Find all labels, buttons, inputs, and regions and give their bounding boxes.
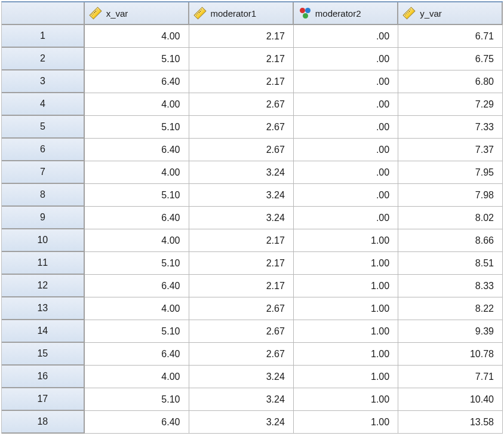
column-header-x_var[interactable]: x_var: [85, 2, 189, 25]
cell-y_var[interactable]: 7.98: [398, 184, 503, 207]
row-header[interactable]: 13: [2, 297, 85, 320]
cell-y_var[interactable]: 10.78: [398, 343, 503, 366]
row-header[interactable]: 2: [2, 48, 85, 70]
cell-x_var[interactable]: 4.00: [85, 297, 189, 320]
cell-moderator2[interactable]: 1.00: [294, 229, 398, 252]
cell-x_var[interactable]: 6.40: [85, 139, 189, 161]
cell-y_var[interactable]: 8.66: [398, 229, 503, 252]
cell-y_var[interactable]: 7.71: [398, 366, 503, 388]
cell-moderator2[interactable]: .00: [294, 25, 398, 48]
table-row: 55.102.67.007.33: [2, 116, 503, 139]
cell-moderator2[interactable]: 1.00: [294, 343, 398, 366]
cell-x_var[interactable]: 4.00: [85, 25, 189, 48]
cell-moderator1[interactable]: 2.67: [189, 297, 294, 320]
row-header[interactable]: 6: [2, 139, 85, 161]
cell-moderator1[interactable]: 2.17: [189, 229, 294, 252]
cell-moderator1[interactable]: 2.17: [189, 25, 294, 48]
row-header[interactable]: 3: [2, 70, 85, 93]
cell-y_var[interactable]: 7.95: [398, 161, 503, 184]
row-header[interactable]: 5: [2, 116, 85, 139]
row-header[interactable]: 8: [2, 184, 85, 207]
row-header[interactable]: 12: [2, 275, 85, 297]
table-row: 156.402.671.0010.78: [2, 343, 503, 366]
cell-y_var[interactable]: 6.71: [398, 25, 503, 48]
row-header[interactable]: 14: [2, 320, 85, 343]
ruler-icon: [403, 7, 416, 19]
cell-moderator1[interactable]: 2.17: [189, 48, 294, 70]
cell-moderator2[interactable]: 1.00: [294, 411, 398, 434]
cell-x_var[interactable]: 5.10: [85, 48, 189, 70]
row-header[interactable]: 18: [2, 411, 85, 434]
row-header[interactable]: 4: [2, 93, 85, 116]
cell-moderator1[interactable]: 2.17: [189, 275, 294, 297]
row-header[interactable]: 7: [2, 161, 85, 184]
cell-x_var[interactable]: 6.40: [85, 275, 189, 297]
row-header[interactable]: 11: [2, 252, 85, 275]
cell-x_var[interactable]: 5.10: [85, 184, 189, 207]
cell-moderator2[interactable]: .00: [294, 48, 398, 70]
cell-moderator2[interactable]: .00: [294, 207, 398, 229]
row-header[interactable]: 15: [2, 343, 85, 366]
cell-y_var[interactable]: 13.58: [398, 411, 503, 434]
cell-moderator1[interactable]: 2.17: [189, 70, 294, 93]
row-header[interactable]: 10: [2, 229, 85, 252]
cell-moderator1[interactable]: 2.67: [189, 320, 294, 343]
cell-moderator1[interactable]: 3.24: [189, 411, 294, 434]
cell-x_var[interactable]: 5.10: [85, 388, 189, 411]
cell-moderator2[interactable]: .00: [294, 139, 398, 161]
cell-x_var[interactable]: 6.40: [85, 343, 189, 366]
cell-x_var[interactable]: 6.40: [85, 207, 189, 229]
cell-x_var[interactable]: 5.10: [85, 252, 189, 275]
cell-x_var[interactable]: 5.10: [85, 320, 189, 343]
column-header-y_var[interactable]: y_var: [398, 2, 503, 25]
row-header[interactable]: 9: [2, 207, 85, 229]
cell-x_var[interactable]: 4.00: [85, 229, 189, 252]
row-header[interactable]: 16: [2, 366, 85, 388]
cell-moderator1[interactable]: 3.24: [189, 366, 294, 388]
cell-moderator2[interactable]: .00: [294, 70, 398, 93]
cell-x_var[interactable]: 5.10: [85, 116, 189, 139]
table-row: 115.102.171.008.51: [2, 252, 503, 275]
cell-y_var[interactable]: 8.02: [398, 207, 503, 229]
cell-moderator1[interactable]: 2.67: [189, 116, 294, 139]
cell-x_var[interactable]: 4.00: [85, 93, 189, 116]
cell-moderator2[interactable]: 1.00: [294, 297, 398, 320]
cell-moderator2[interactable]: 1.00: [294, 252, 398, 275]
table-row: 44.002.67.007.29: [2, 93, 503, 116]
cell-moderator2[interactable]: 1.00: [294, 388, 398, 411]
cell-moderator1[interactable]: 2.67: [189, 139, 294, 161]
cell-y_var[interactable]: 7.33: [398, 116, 503, 139]
cell-y_var[interactable]: 8.33: [398, 275, 503, 297]
cell-y_var[interactable]: 6.80: [398, 70, 503, 93]
column-header-moderator1[interactable]: moderator1: [189, 2, 294, 25]
cell-moderator1[interactable]: 2.67: [189, 343, 294, 366]
cell-y_var[interactable]: 7.29: [398, 93, 503, 116]
cell-moderator2[interactable]: 1.00: [294, 366, 398, 388]
cell-moderator2[interactable]: 1.00: [294, 275, 398, 297]
cell-y_var[interactable]: 10.40: [398, 388, 503, 411]
cell-moderator1[interactable]: 3.24: [189, 184, 294, 207]
cell-y_var[interactable]: 9.39: [398, 320, 503, 343]
cell-moderator1[interactable]: 3.24: [189, 207, 294, 229]
cell-moderator2[interactable]: .00: [294, 184, 398, 207]
column-header-moderator2[interactable]: moderator2: [294, 2, 398, 25]
cell-moderator1[interactable]: 2.67: [189, 93, 294, 116]
cell-moderator1[interactable]: 3.24: [189, 388, 294, 411]
cell-moderator1[interactable]: 2.17: [189, 252, 294, 275]
cell-moderator2[interactable]: .00: [294, 116, 398, 139]
cell-x_var[interactable]: 4.00: [85, 161, 189, 184]
cell-x_var[interactable]: 6.40: [85, 411, 189, 434]
cell-y_var[interactable]: 8.51: [398, 252, 503, 275]
cell-moderator2[interactable]: 1.00: [294, 320, 398, 343]
cell-x_var[interactable]: 6.40: [85, 70, 189, 93]
cell-y_var[interactable]: 8.22: [398, 297, 503, 320]
cell-y_var[interactable]: 6.75: [398, 48, 503, 70]
cell-moderator2[interactable]: .00: [294, 161, 398, 184]
row-header[interactable]: 1: [2, 25, 85, 48]
row-header[interactable]: 17: [2, 388, 85, 411]
cell-moderator1[interactable]: 3.24: [189, 161, 294, 184]
cell-y_var[interactable]: 7.37: [398, 139, 503, 161]
corner-cell[interactable]: [2, 2, 85, 25]
cell-moderator2[interactable]: .00: [294, 93, 398, 116]
cell-x_var[interactable]: 4.00: [85, 366, 189, 388]
